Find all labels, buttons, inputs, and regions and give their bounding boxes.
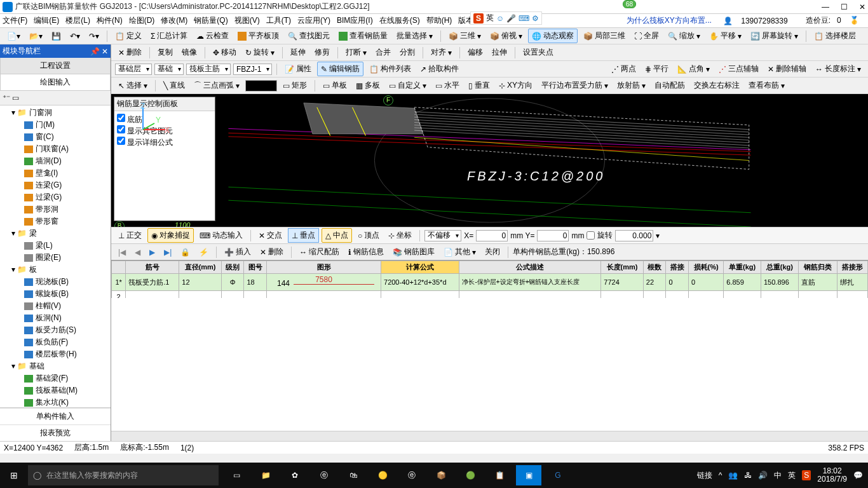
menu-draw[interactable]: 绘图(D) [129,15,155,26]
nav-next[interactable]: ▶ [146,247,158,258]
minimize-button[interactable]: — [822,3,829,11]
ime-lang[interactable]: 英 [486,13,494,24]
zoom-button[interactable]: 🔍 缩放 ▾ [665,29,703,43]
osnap-toggle[interactable]: ◉ 对象捕捉 [147,228,194,243]
menu-online[interactable]: 在线服务(S) [379,15,420,26]
swap-button[interactable]: 交换左右标注 [691,79,743,92]
orbit-button[interactable]: 🌐 动态观察 [528,29,578,43]
table-row[interactable]: 1* 筏板受力筋.1 12 Φ 18 1447580 7200-40+12*d+… [112,274,868,291]
local-3d-button[interactable]: 📦 局部三维 [580,29,628,43]
nav-bolt[interactable]: ⚡ [196,247,212,258]
color-combo[interactable] [245,80,277,92]
snap-apex[interactable]: ○ 顶点 [355,229,383,242]
maximize-button[interactable]: ☐ [841,3,848,11]
redo-button[interactable]: ↷▾ [86,30,102,42]
flat-top-button[interactable]: 平齐板顶 [234,29,282,43]
ime-toolbar[interactable]: S 英 ☺ 🎤 ⌨ ⚙ [470,11,542,25]
menu-cloud[interactable]: 云应用(Y) [297,15,330,26]
app2-icon[interactable]: 📦 [428,465,454,485]
search-box[interactable]: ◯ 在这里输入你要搜索的内容 [28,465,219,485]
tray-sogou-icon[interactable]: S [802,470,811,480]
undo-button[interactable]: ↶▾ [67,30,83,42]
menu-bim[interactable]: BIM应用(I) [337,15,373,26]
sidebar-view-icons[interactable]: ⁺⁻ ▭ [0,91,111,105]
app6-icon[interactable]: G [545,465,571,485]
tray-net-icon[interactable]: 🖧 [744,471,752,480]
split-button[interactable]: 分割 [397,46,418,59]
clamp-button[interactable]: 设置夹点 [520,46,557,59]
rebar-info[interactable]: ℹ 钢筋信息 [345,245,387,259]
new-button[interactable]: 📄▾ [4,30,24,42]
app3-icon[interactable]: 🟢 [458,465,483,485]
tray-vol-icon[interactable]: 🔊 [758,471,768,480]
sum-button[interactable]: Σ 汇总计算 [147,29,191,43]
x-input[interactable] [476,230,508,241]
mirror-button[interactable]: 镜像 [179,46,200,59]
nav-prev[interactable]: ◀ [132,247,144,258]
ime-keyboard-icon[interactable]: ⌨ [519,14,529,23]
tray-ime[interactable]: 英 [788,470,796,481]
rebar-qty-button[interactable]: 查看钢筋量 [336,29,391,43]
parallel-button[interactable]: ⋕ 平行 [642,62,672,76]
align-button[interactable]: 对齐 ▾ [428,46,455,59]
horiz-button[interactable]: ▭ 水平 [432,79,463,92]
angle-input[interactable] [615,230,653,241]
move-button[interactable]: ✥ 移动 [210,46,240,59]
3d-button[interactable]: 📦 三维 ▾ [445,29,484,43]
dim-button[interactable]: ↔ 长度标注 ▾ [812,62,864,76]
tray-link[interactable]: 链接 [697,470,712,481]
ime-gear-icon[interactable]: ⚙ [532,14,539,23]
find-elem-button[interactable]: 🔍 查找图元 [285,29,333,43]
app4-icon[interactable]: 📋 [487,465,512,485]
menu-edit[interactable]: 编辑(E) [34,15,59,26]
store-icon[interactable]: 🛍 [341,465,366,485]
single-slab-button[interactable]: ▭ 单板 [320,79,350,92]
top-view-button[interactable]: 📦 俯视 ▾ [487,29,526,43]
snap-perp[interactable]: ⊥ 垂点 [288,228,319,243]
app5-icon[interactable]: ▣ [516,465,541,485]
vert-button[interactable]: ▯ 垂直 [465,79,493,92]
chrome-icon[interactable]: 🟡 [370,465,395,485]
copy-button[interactable]: 复制 [154,46,176,59]
radial-button[interactable]: 放射筋 ▾ [614,79,649,92]
extend-button[interactable]: 延伸 [287,46,309,59]
sidebar-tab-draw[interactable]: 绘图输入 [0,74,111,91]
cloud-check-button[interactable]: ☁ 云检查 [193,29,232,43]
pan-button[interactable]: ✋ 平移 ▾ [706,29,745,43]
pick-member-button[interactable]: ↗ 拾取构件 [417,62,462,76]
other-menu[interactable]: 📄 其他 ▾ [440,245,479,259]
rotate-screen-button[interactable]: 🔄 屏幕旋转 ▾ [747,29,801,43]
update-badge[interactable]: 68 [623,0,636,8]
define-button[interactable]: 📋 定义 [112,29,145,43]
menu-rebar[interactable]: 钢筋量(Q) [194,15,227,26]
close-panel[interactable]: 关闭 [482,245,503,259]
save-button[interactable]: 💾 [48,30,64,42]
merge-button[interactable]: 合并 [372,46,394,59]
point-angle-button[interactable]: 📐 点角 ▾ [674,62,713,76]
snap-inter[interactable]: ✕ 交点 [255,229,285,242]
clock[interactable]: 18:022018/7/9 [817,467,847,484]
custom-button[interactable]: ▭ 自定义 ▾ [386,79,430,92]
xy-button[interactable]: ⊹ XY方向 [496,79,536,92]
tray-lang[interactable]: 中 [774,470,782,481]
hscrollbar[interactable] [111,431,868,441]
tray-up-icon[interactable]: ^ [719,471,722,480]
notification-icon[interactable]: 💬 [853,471,863,480]
rect-button[interactable]: ▭ 矩形 [280,79,310,92]
edge-rebar-button[interactable]: 平行边布置受力筋 ▾ [538,79,611,92]
nav-first[interactable]: |◀ [115,247,129,258]
delete-button[interactable]: ✕ 删除 [115,46,145,59]
fullscreen-button[interactable]: ⛶ 全屏 [631,29,662,43]
ie-icon[interactable]: ⓔ [399,465,424,485]
category-combo[interactable]: 基础 [154,64,184,75]
tree[interactable]: ▾ 📁 门窗洞 门(M) 窗(C) 门联窗(A) 墙洞(D) 壁龛(I) 连梁(… [0,105,111,407]
promo-link[interactable]: 为什么筏板XY方向布置... [627,15,712,26]
ortho-toggle[interactable]: ⊥ 正交 [115,229,145,242]
rebar-lib[interactable]: 📚 钢筋图库 [390,245,438,259]
offset-combo[interactable]: 不偏移 [424,230,461,241]
floor-combo[interactable]: 基础层 [115,64,152,75]
open-button[interactable]: 📂▾ [26,30,46,42]
menu-tools[interactable]: 工具(T) [266,15,291,26]
offset-button[interactable]: 偏移 [465,46,486,59]
menu-help[interactable]: 帮助(H) [426,15,452,26]
